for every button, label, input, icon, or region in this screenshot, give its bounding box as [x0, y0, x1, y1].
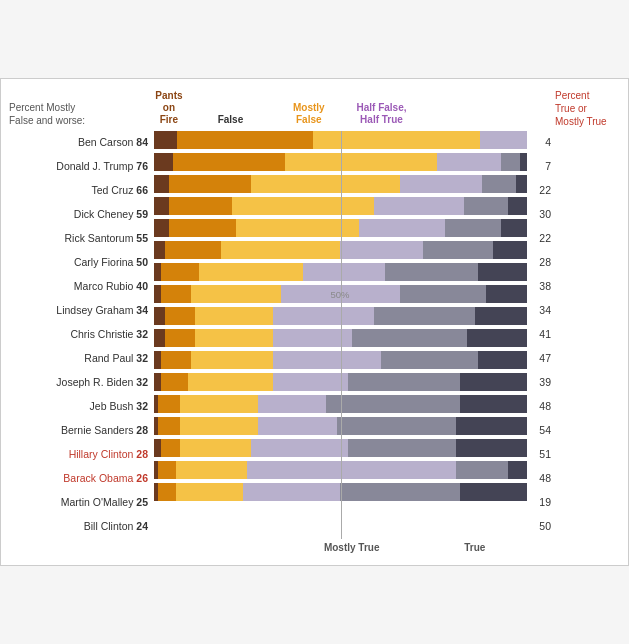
pct-true-13: 51 [527, 443, 555, 465]
seg-10-0 [154, 351, 161, 369]
seg-12-1 [158, 395, 180, 413]
pct-true-15: 19 [527, 491, 555, 513]
seg-5-0 [154, 241, 165, 259]
seg-7-5 [486, 285, 527, 303]
politician-name-12: Bernie Sanders 28 [9, 419, 154, 441]
politician-name-11: Jeb Bush 32 [9, 395, 154, 417]
seg-6-2 [199, 263, 303, 281]
pct-true-10: 39 [527, 371, 555, 393]
col-header-mostly-false: MostlyFalse [277, 102, 340, 126]
col-header-pants: Pants on Fire [154, 90, 184, 126]
seg-8-0 [154, 307, 165, 325]
seg-7-4 [400, 285, 486, 303]
seg-3-2 [232, 197, 374, 215]
seg-2-4 [482, 175, 516, 193]
seg-4-0 [154, 219, 169, 237]
seg-15-1 [158, 461, 177, 479]
col-header-half: Half False,Half True [340, 102, 422, 126]
seg-9-1 [165, 329, 195, 347]
seg-2-5 [516, 175, 527, 193]
seg-9-0 [154, 329, 165, 347]
seg-14-2 [180, 439, 251, 457]
seg-11-3 [273, 373, 348, 391]
politician-name-1: Donald J. Trump 76 [9, 155, 154, 177]
pct-true-11: 48 [527, 395, 555, 417]
spacer [527, 89, 555, 128]
seg-0-3 [480, 131, 527, 149]
seg-5-3 [340, 241, 422, 259]
seg-13-4 [337, 417, 456, 435]
seg-13-3 [258, 417, 336, 435]
footer-labels: Mostly True True [154, 542, 527, 553]
seg-15-2 [176, 461, 247, 479]
header-bars: Pants on Fire False MostlyFalse Half Fal… [154, 89, 527, 128]
seg-8-3 [273, 307, 374, 325]
seg-1-1 [173, 153, 285, 171]
seg-4-5 [501, 219, 527, 237]
legend-col [555, 131, 620, 539]
seg-8-5 [475, 307, 527, 325]
seg-10-3 [273, 351, 381, 369]
seg-6-5 [478, 263, 526, 281]
bar-row-13 [154, 417, 527, 435]
seg-6-0 [154, 263, 161, 281]
seg-10-5 [478, 351, 526, 369]
seg-9-2 [195, 329, 273, 347]
seg-14-0 [154, 439, 161, 457]
seg-4-4 [445, 219, 501, 237]
seg-11-5 [460, 373, 527, 391]
pct-true-16: 50 [527, 515, 555, 537]
seg-5-5 [493, 241, 527, 259]
seg-13-1 [158, 417, 180, 435]
seg-13-2 [180, 417, 258, 435]
pct-true-0: 4 [527, 131, 555, 153]
seg-8-1 [165, 307, 195, 325]
bar-row-15 [154, 461, 527, 479]
footer-mostly-true: Mostly True [281, 542, 423, 553]
seg-2-2 [251, 175, 400, 193]
seg-6-4 [385, 263, 478, 281]
bar-row-12 [154, 395, 527, 413]
bar-row-0 [154, 131, 527, 149]
pct-true-14: 48 [527, 467, 555, 489]
bar-row-16 [154, 483, 527, 501]
seg-10-4 [381, 351, 478, 369]
seg-12-3 [258, 395, 325, 413]
bar-row-11 [154, 373, 527, 391]
seg-15-5 [508, 461, 527, 479]
seg-2-1 [169, 175, 251, 193]
seg-6-3 [303, 263, 385, 281]
bar-row-10 [154, 351, 527, 369]
seg-7-0 [154, 285, 161, 303]
seg-14-4 [348, 439, 456, 457]
seg-14-5 [456, 439, 527, 457]
seg-4-3 [359, 219, 445, 237]
seg-9-5 [467, 329, 527, 347]
bar-row-7 [154, 285, 527, 303]
seg-16-2 [176, 483, 243, 501]
politician-name-8: Chris Christie 32 [9, 323, 154, 345]
seg-10-1 [161, 351, 191, 369]
seg-3-5 [508, 197, 527, 215]
chart-container: Percent Mostly False and worse: Pants on… [0, 78, 629, 566]
seg-11-1 [161, 373, 187, 391]
politician-name-4: Rick Santorum 55 [9, 227, 154, 249]
pct-true-9: 47 [527, 347, 555, 369]
col-header-false: False [184, 114, 277, 126]
politician-name-9: Rand Paul 32 [9, 347, 154, 369]
pct-true-8: 41 [527, 323, 555, 345]
seg-12-5 [460, 395, 527, 413]
seg-14-1 [161, 439, 180, 457]
seg-10-2 [191, 351, 273, 369]
seg-3-0 [154, 197, 169, 215]
seg-14-3 [251, 439, 348, 457]
pct-true-6: 38 [527, 275, 555, 297]
footer-true: True [423, 542, 527, 553]
seg-7-2 [191, 285, 281, 303]
seg-1-3 [437, 153, 500, 171]
seg-16-3 [243, 483, 340, 501]
seg-0-2 [313, 131, 480, 149]
seg-7-3 [281, 285, 400, 303]
top-header: Percent Mostly False and worse: Pants on… [9, 89, 620, 128]
seg-15-4 [456, 461, 508, 479]
